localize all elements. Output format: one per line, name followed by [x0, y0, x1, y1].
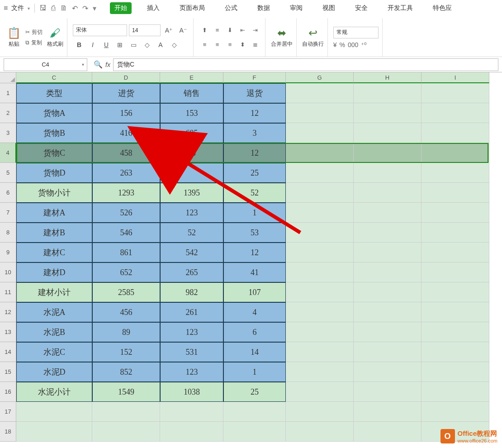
cell[interactable]: 12: [223, 143, 286, 163]
row-header[interactable]: 17: [0, 402, 16, 422]
row-header[interactable]: 15: [0, 362, 16, 382]
cell[interactable]: 3: [223, 123, 286, 143]
redo-icon[interactable]: ↷: [82, 4, 88, 13]
cell[interactable]: [286, 402, 354, 422]
cell[interactable]: 12: [223, 103, 286, 123]
cell[interactable]: 4: [223, 302, 286, 322]
cell[interactable]: [421, 83, 489, 103]
cell[interactable]: [286, 342, 354, 362]
cell[interactable]: 123: [160, 362, 223, 382]
italic-button[interactable]: I: [86, 39, 99, 51]
cell[interactable]: [354, 83, 421, 103]
eraser-button[interactable]: ◇: [168, 39, 180, 51]
cell[interactable]: [421, 402, 489, 422]
cell[interactable]: [354, 362, 421, 382]
cell[interactable]: 542: [160, 243, 223, 262]
cell[interactable]: 982: [160, 282, 223, 302]
cell[interactable]: [421, 103, 489, 123]
column-header[interactable]: F: [223, 72, 286, 83]
cell[interactable]: [354, 103, 421, 123]
cell[interactable]: 156: [92, 103, 160, 123]
cell[interactable]: 水泥B: [16, 322, 92, 342]
cell[interactable]: 水泥C: [16, 342, 92, 362]
row-header[interactable]: 4: [0, 143, 16, 163]
row-header[interactable]: 7: [0, 203, 16, 223]
row-header[interactable]: 18: [0, 422, 16, 442]
cell[interactable]: 货物B: [16, 123, 92, 143]
tab-insert[interactable]: 插入: [142, 1, 164, 15]
row-header[interactable]: 9: [0, 243, 16, 262]
cell[interactable]: [286, 243, 354, 262]
cell[interactable]: [92, 402, 160, 422]
row-header[interactable]: 10: [0, 262, 16, 282]
cell[interactable]: [421, 342, 489, 362]
currency-button[interactable]: ¥: [333, 41, 337, 48]
cell[interactable]: 531: [160, 342, 223, 362]
cell[interactable]: 建材B: [16, 223, 92, 243]
cell[interactable]: [286, 362, 354, 382]
cell[interactable]: [92, 422, 160, 442]
cell[interactable]: 546: [92, 223, 160, 243]
row-header[interactable]: 3: [0, 123, 16, 143]
font-color-button[interactable]: A: [154, 39, 167, 51]
cell[interactable]: 152: [92, 342, 160, 362]
cell[interactable]: 建材A: [16, 203, 92, 223]
cell[interactable]: 建材C: [16, 243, 92, 262]
chevron-down-icon[interactable]: ▾: [93, 4, 96, 13]
cell[interactable]: 52: [223, 183, 286, 203]
decimal-increase-button[interactable]: ⁺⁰: [361, 41, 367, 48]
cell[interactable]: [421, 123, 489, 143]
cell[interactable]: 53: [223, 223, 286, 243]
format-painter-button[interactable]: 🖌 格式刷: [47, 27, 63, 48]
cell[interactable]: [354, 243, 421, 262]
cell[interactable]: [286, 422, 354, 442]
cell[interactable]: 263: [92, 163, 160, 183]
cell[interactable]: 25: [223, 382, 286, 402]
cell[interactable]: 2585: [92, 282, 160, 302]
justify-button[interactable]: ≣: [250, 39, 261, 51]
row-header[interactable]: 6: [0, 183, 16, 203]
percent-button[interactable]: %: [339, 41, 345, 48]
cell[interactable]: 货物A: [16, 103, 92, 123]
row-header[interactable]: 5: [0, 163, 16, 183]
cell[interactable]: [354, 163, 421, 183]
tab-developer[interactable]: 开发工具: [383, 1, 417, 15]
column-header[interactable]: E: [160, 72, 223, 83]
column-header[interactable]: I: [421, 72, 489, 83]
cell[interactable]: 水泥小计: [16, 382, 92, 402]
align-top-button[interactable]: ⬆: [199, 24, 211, 36]
paste-button[interactable]: 📋 粘贴: [7, 27, 21, 48]
cell[interactable]: 89: [92, 322, 160, 342]
cell[interactable]: 12: [223, 243, 286, 262]
cell[interactable]: 265: [160, 262, 223, 282]
cell[interactable]: 建材D: [16, 262, 92, 282]
fill-color-button[interactable]: ▭: [127, 39, 140, 51]
borders-button[interactable]: ⊞: [114, 39, 126, 51]
print-icon[interactable]: ⎙: [51, 4, 56, 12]
row-header[interactable]: 16: [0, 382, 16, 402]
cell[interactable]: [421, 282, 489, 302]
cell[interactable]: 1: [223, 362, 286, 382]
zoom-icon[interactable]: 🔍: [94, 60, 103, 69]
copy-button[interactable]: ⧉复制: [25, 39, 43, 47]
cell[interactable]: [160, 163, 223, 183]
decrease-font-button[interactable]: A⁻: [177, 24, 189, 36]
preview-icon[interactable]: 🗎: [60, 4, 67, 12]
cell[interactable]: 类型: [16, 83, 92, 103]
cell[interactable]: 107: [223, 282, 286, 302]
cell[interactable]: [354, 203, 421, 223]
cell[interactable]: [16, 402, 92, 422]
font-name-combo[interactable]: 宋体: [73, 24, 127, 36]
column-header[interactable]: D: [92, 72, 160, 83]
cell[interactable]: [286, 83, 354, 103]
cell[interactable]: [354, 322, 421, 342]
wrap-text-button[interactable]: ↩ 自动换行: [298, 18, 328, 57]
chevron-down-icon[interactable]: ▾: [28, 6, 30, 11]
cell[interactable]: 852: [92, 362, 160, 382]
orientation-button[interactable]: ⬍: [237, 39, 249, 51]
cell[interactable]: 25: [223, 163, 286, 183]
cell[interactable]: [286, 183, 354, 203]
cut-button[interactable]: ✂剪切: [25, 29, 43, 36]
cell[interactable]: 526: [92, 203, 160, 223]
cell[interactable]: [354, 223, 421, 243]
